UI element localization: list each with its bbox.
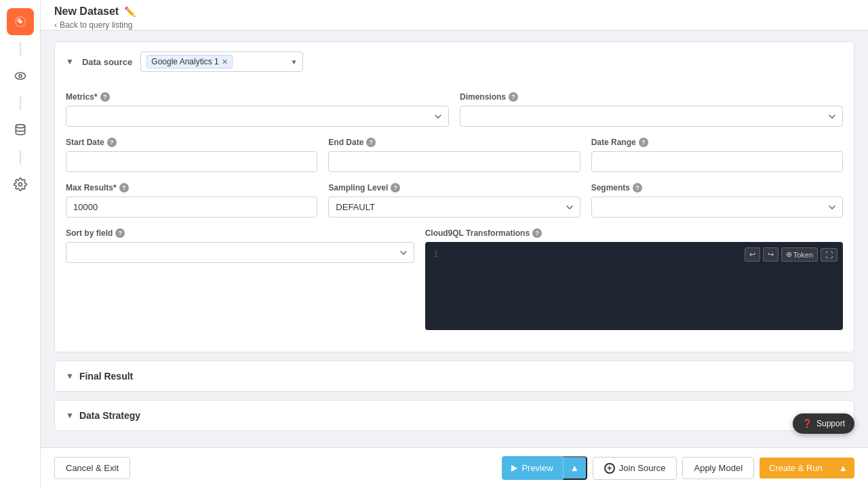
start-date-group: Start Date ? bbox=[66, 138, 317, 172]
dimensions-label: Dimensions ? bbox=[460, 92, 843, 102]
collapse-icon: ▼ bbox=[66, 57, 74, 66]
segments-label: Segments ? bbox=[591, 183, 843, 192]
header: New Dataset ✏️ ‹ Back to query listing bbox=[41, 0, 868, 30]
sidebar-connector-3 bbox=[20, 150, 21, 164]
final-result-title: Final Result bbox=[79, 371, 133, 382]
sampling-level-label: Sampling Level ? bbox=[328, 183, 580, 192]
main-content: New Dataset ✏️ ‹ Back to query listing ▼… bbox=[41, 0, 868, 488]
support-icon: ❓ bbox=[802, 419, 812, 428]
sampling-level-help-icon[interactable]: ? bbox=[391, 183, 400, 192]
metrics-dimensions-row: Metrics* ? Dimensions ? bbox=[66, 92, 843, 127]
dimensions-group: Dimensions ? bbox=[460, 92, 843, 127]
start-date-label: Start Date ? bbox=[66, 138, 317, 147]
svg-point-4 bbox=[18, 183, 22, 186]
expand-btn[interactable]: ⛶ bbox=[821, 248, 837, 262]
join-source-button[interactable]: + Join Source bbox=[593, 457, 677, 480]
chip-text: Google Analytics 1 bbox=[151, 57, 218, 66]
sort-by-field-label: Sort by field ? bbox=[66, 228, 414, 238]
preview-button-group: Preview ▲ bbox=[502, 456, 587, 480]
support-fab[interactable]: ❓ Support bbox=[793, 413, 854, 434]
sort-cloud9-row: Sort by field ? Cloud9QL Transformations… bbox=[66, 228, 843, 330]
redo-btn[interactable]: ↪ bbox=[763, 247, 778, 262]
sidebar-connector-2 bbox=[20, 96, 21, 110]
max-results-input[interactable] bbox=[66, 197, 317, 218]
sidebar bbox=[0, 0, 41, 488]
edit-icon[interactable]: ✏️ bbox=[124, 6, 136, 17]
metrics-label: Metrics* ? bbox=[66, 92, 449, 102]
sort-by-field-help-icon[interactable]: ? bbox=[115, 228, 125, 238]
sidebar-icon-chart[interactable] bbox=[7, 8, 34, 35]
sidebar-connector-1 bbox=[20, 42, 21, 56]
svg-point-2 bbox=[18, 75, 21, 77]
sampling-level-select[interactable]: DEFAULT FASTER HIGHER_PRECISION bbox=[328, 197, 580, 218]
max-results-label: Max Results* ? bbox=[66, 183, 317, 192]
sidebar-icon-eye[interactable] bbox=[7, 62, 34, 89]
sidebar-icon-settings[interactable] bbox=[7, 171, 34, 198]
data-strategy-toggle-icon: ▼ bbox=[66, 411, 74, 420]
segments-help-icon[interactable]: ? bbox=[633, 183, 642, 192]
create-run-expand-button[interactable]: ▲ bbox=[832, 458, 854, 479]
svg-point-1 bbox=[15, 73, 25, 79]
cloud9ql-group: Cloud9QL Transformations ? ↩ ↪ ⊕ Token bbox=[425, 228, 843, 330]
preview-expand-button[interactable]: ▲ bbox=[563, 456, 587, 480]
date-range-group: Date Range ? bbox=[591, 138, 843, 172]
back-link[interactable]: ‹ Back to query listing bbox=[54, 20, 854, 30]
token-icon: ⊕ bbox=[786, 250, 792, 259]
data-strategy-section: ▼ Data Strategy bbox=[54, 400, 854, 431]
results-sampling-row: Max Results* ? Sampling Level ? DEF bbox=[66, 183, 843, 218]
join-source-plus-icon: + bbox=[604, 463, 615, 474]
max-results-group: Max Results* ? bbox=[66, 183, 317, 218]
bottom-toolbar: Cancel & Exit Preview ▲ + Join Source Ap… bbox=[41, 447, 868, 488]
cloud9ql-editor[interactable]: ↩ ↪ ⊕ Token ⛶ 1 bbox=[425, 242, 843, 330]
editor-toolbar: ↩ ↪ ⊕ Token ⛶ bbox=[745, 247, 837, 262]
back-arrow-icon: ‹ bbox=[54, 20, 57, 30]
preview-play-icon bbox=[511, 465, 517, 472]
data-strategy-title: Data Strategy bbox=[79, 410, 140, 421]
create-run-button-group: Create & Run ▲ bbox=[760, 458, 854, 479]
date-range-input[interactable] bbox=[591, 151, 843, 172]
max-results-help-icon[interactable]: ? bbox=[119, 183, 129, 192]
segments-select[interactable] bbox=[591, 197, 843, 218]
chip-close-icon[interactable]: ✕ bbox=[222, 58, 228, 66]
sort-by-field-select[interactable] bbox=[66, 242, 414, 263]
cancel-exit-button[interactable]: Cancel & Exit bbox=[54, 457, 130, 479]
data-source-toggle[interactable]: ▼ bbox=[66, 57, 74, 66]
data-strategy-header[interactable]: ▼ Data Strategy bbox=[55, 401, 854, 430]
final-result-header[interactable]: ▼ Final Result bbox=[55, 361, 854, 391]
dimensions-select[interactable] bbox=[460, 106, 843, 127]
start-date-input[interactable] bbox=[66, 151, 317, 172]
segments-group: Segments ? bbox=[591, 183, 843, 218]
dates-row: Start Date ? End Date ? bbox=[66, 138, 843, 172]
preview-button[interactable]: Preview bbox=[502, 456, 562, 480]
cloud9ql-help-icon[interactable]: ? bbox=[532, 228, 542, 238]
dimensions-help-icon[interactable]: ? bbox=[509, 92, 518, 102]
data-source-section: ▼ Data source Google Analytics 1 ✕ ▼ bbox=[54, 41, 854, 352]
final-result-toggle-icon: ▼ bbox=[66, 371, 74, 381]
datasource-selector[interactable]: Google Analytics 1 ✕ ▼ bbox=[140, 52, 303, 72]
metrics-help-icon[interactable]: ? bbox=[100, 92, 110, 102]
metrics-select[interactable] bbox=[66, 106, 449, 127]
final-result-section: ▼ Final Result bbox=[54, 361, 854, 392]
sampling-level-group: Sampling Level ? DEFAULT FASTER HIGHER_P… bbox=[328, 183, 580, 218]
end-date-input[interactable] bbox=[328, 151, 580, 172]
datasource-label: Data source bbox=[82, 57, 132, 67]
date-range-help-icon[interactable]: ? bbox=[639, 138, 648, 147]
create-run-button[interactable]: Create & Run bbox=[760, 458, 832, 479]
line-number: 1 bbox=[433, 249, 439, 259]
sidebar-icon-data[interactable] bbox=[7, 117, 34, 144]
end-date-help-icon[interactable]: ? bbox=[366, 138, 376, 147]
apply-model-button[interactable]: Apply Model bbox=[682, 457, 754, 479]
datasource-chip: Google Analytics 1 ✕ bbox=[146, 55, 232, 68]
end-date-label: End Date ? bbox=[328, 138, 580, 147]
date-range-label: Date Range ? bbox=[591, 138, 843, 147]
page-title: New Dataset bbox=[54, 5, 119, 18]
start-date-help-icon[interactable]: ? bbox=[107, 138, 117, 147]
datasource-body: Metrics* ? Dimensions ? bbox=[55, 81, 854, 352]
cloud9ql-label: Cloud9QL Transformations ? bbox=[425, 228, 843, 238]
svg-point-0 bbox=[18, 20, 22, 24]
undo-btn[interactable]: ↩ bbox=[745, 247, 760, 262]
token-btn[interactable]: ⊕ Token bbox=[781, 247, 818, 262]
dropdown-arrow-icon: ▼ bbox=[290, 58, 297, 66]
datasource-row: ▼ Data source Google Analytics 1 ✕ ▼ bbox=[55, 42, 854, 81]
metrics-group: Metrics* ? bbox=[66, 92, 449, 127]
